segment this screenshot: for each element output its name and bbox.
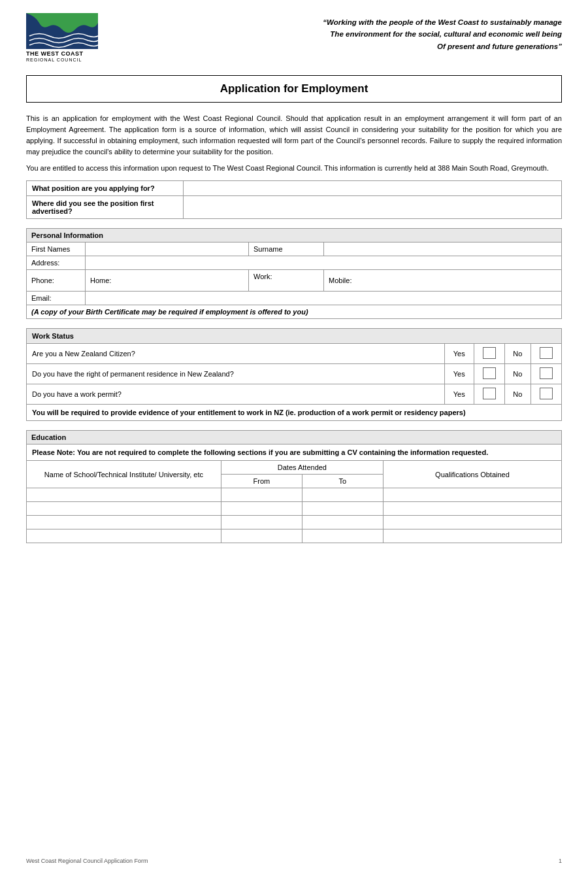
first-names-value[interactable]: [86, 243, 249, 256]
edu-to-3[interactable]: [302, 516, 383, 529]
email-value[interactable]: [86, 292, 562, 305]
permit-yes-label: Yes: [444, 384, 474, 405]
svg-text:REGIONAL COUNCIL: REGIONAL COUNCIL: [26, 58, 82, 62]
edu-to-input-1[interactable]: [307, 491, 378, 499]
edu-qual-2[interactable]: [383, 502, 561, 516]
position-section: What position are you applying for? Wher…: [26, 180, 562, 219]
address-row: Address:: [27, 256, 562, 270]
phone-row: Phone: Home: Work: Mobile:: [27, 270, 562, 292]
permit-yes-box[interactable]: [483, 388, 496, 399]
edu-from-1[interactable]: [221, 488, 302, 502]
edu-from-4[interactable]: [221, 529, 302, 543]
surname-value[interactable]: [324, 243, 562, 256]
edu-from-input-1[interactable]: [226, 491, 297, 499]
edu-school-input-3[interactable]: [31, 518, 216, 526]
residence-no-label: No: [504, 364, 531, 384]
footer-right: 1: [559, 858, 562, 864]
citizen-label: Are you a New Zealand Citizen?: [27, 344, 445, 364]
residence-no-checkbox[interactable]: [531, 364, 561, 384]
intro-section: This is an application for employment wi…: [26, 113, 562, 174]
edu-data-row-2: [27, 502, 562, 516]
position-value-2[interactable]: [184, 196, 562, 219]
permit-label: Do you have a work permit?: [27, 384, 445, 405]
edu-school-1[interactable]: [27, 488, 221, 502]
mobile-label: Mobile:: [329, 277, 351, 284]
residence-yes-box[interactable]: [483, 367, 496, 379]
permit-no-box[interactable]: [540, 388, 553, 399]
edu-from-input-3[interactable]: [226, 518, 297, 526]
home-phone-input[interactable]: [116, 277, 155, 284]
page-header: THE WEST COAST REGIONAL COUNCIL “Working…: [26, 13, 562, 63]
edu-data-row-3: [27, 516, 562, 529]
tagline-line1: “Working with the people of the West Coa…: [131, 16, 562, 28]
residence-row: Do you have the right of permanent resid…: [27, 364, 562, 384]
edu-school-3[interactable]: [27, 516, 221, 529]
citizen-no-box[interactable]: [540, 347, 553, 359]
edu-from-3[interactable]: [221, 516, 302, 529]
edu-qual-4[interactable]: [383, 529, 561, 543]
edu-col-header-row: Name of School/Technical Institute/ Univ…: [27, 461, 562, 475]
email-input[interactable]: [90, 294, 557, 302]
address-value[interactable]: [86, 256, 562, 270]
position-row-2: Where did you see the position first adv…: [27, 196, 562, 219]
edu-qual-input-2[interactable]: [388, 505, 557, 512]
edu-to-input-3[interactable]: [307, 518, 378, 526]
form-title: Application for Employment: [33, 82, 555, 95]
citizen-yes-box[interactable]: [483, 347, 496, 359]
work-note-row: You will be required to provide evidence…: [27, 405, 562, 421]
edu-qual-input-4[interactable]: [388, 532, 557, 540]
edu-qual-3[interactable]: [383, 516, 561, 529]
edu-from-header: From: [221, 475, 302, 488]
residence-yes-checkbox[interactable]: [474, 364, 504, 384]
edu-to-1[interactable]: [302, 488, 383, 502]
home-label: Home:: [90, 277, 111, 284]
edu-to-input-2[interactable]: [307, 505, 378, 512]
tagline-line2: The environment for the social, cultural…: [131, 28, 562, 40]
work-status-header-row: Work Status: [27, 329, 562, 344]
first-names-input[interactable]: [90, 245, 244, 253]
edu-qual-input-1[interactable]: [388, 491, 557, 499]
edu-from-input-2[interactable]: [226, 505, 297, 512]
personal-header-row: Personal Information: [27, 229, 562, 243]
education-section: Education Please Note: You are not requi…: [26, 430, 562, 543]
edu-from-2[interactable]: [221, 502, 302, 516]
residence-no-box[interactable]: [540, 367, 553, 379]
work-label: Work:: [253, 273, 272, 280]
edu-school-input-2[interactable]: [31, 505, 216, 512]
citizen-yes-checkbox[interactable]: [474, 344, 504, 364]
position-input-2[interactable]: [189, 203, 556, 211]
work-label-cell: Work:: [249, 270, 324, 292]
intro-para2: You are entitled to access this informat…: [26, 163, 562, 174]
permit-yes-checkbox[interactable]: [474, 384, 504, 405]
edu-col3-header: Qualifications Obtained: [383, 461, 561, 488]
position-row-1: What position are you applying for?: [27, 181, 562, 196]
first-names-label: First Names: [27, 243, 86, 256]
edu-school-4[interactable]: [27, 529, 221, 543]
edu-to-4[interactable]: [302, 529, 383, 543]
birth-cert-row: (A copy of your Birth Certificate may be…: [27, 305, 562, 319]
surname-input[interactable]: [329, 245, 557, 253]
work-status-section: Work Status Are you a New Zealand Citize…: [26, 328, 562, 421]
edu-qual-input-3[interactable]: [388, 518, 557, 526]
position-value-1[interactable]: [184, 181, 562, 196]
council-logo: THE WEST COAST REGIONAL COUNCIL: [26, 13, 111, 62]
permit-no-checkbox[interactable]: [531, 384, 561, 405]
edu-qual-1[interactable]: [383, 488, 561, 502]
edu-school-2[interactable]: [27, 502, 221, 516]
mobile-input[interactable]: [356, 277, 408, 284]
permit-no-label: No: [504, 384, 531, 405]
email-label: Email:: [27, 292, 86, 305]
edu-to-2[interactable]: [302, 502, 383, 516]
work-phone-input[interactable]: [253, 280, 319, 288]
edu-note-row: Please Note: You are not required to com…: [27, 444, 562, 461]
position-input-1[interactable]: [189, 184, 556, 192]
edu-school-input-4[interactable]: [31, 532, 216, 540]
position-label-2: Where did you see the position first adv…: [27, 196, 184, 219]
surname-label: Surname: [249, 243, 324, 256]
edu-from-input-4[interactable]: [226, 532, 297, 540]
svg-text:THE WEST COAST: THE WEST COAST: [26, 50, 84, 57]
citizen-no-checkbox[interactable]: [531, 344, 561, 364]
edu-to-input-4[interactable]: [307, 532, 378, 540]
address-input[interactable]: [90, 259, 557, 267]
edu-school-input-1[interactable]: [31, 491, 216, 499]
